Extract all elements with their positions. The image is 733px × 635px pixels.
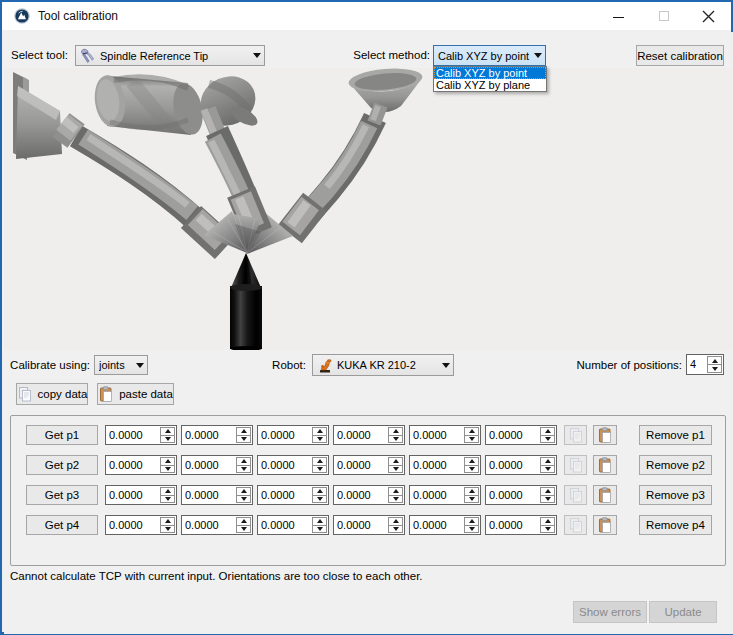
close-button[interactable] (686, 2, 731, 30)
spin-up-button[interactable] (389, 428, 402, 436)
spin-down-button[interactable] (161, 496, 174, 503)
remove-p4-button[interactable]: Remove p4 (639, 515, 712, 535)
p4-coordinate-3-spinbox[interactable]: 0.0000 (257, 515, 329, 535)
spin-down-button[interactable] (161, 436, 174, 443)
minimize-button[interactable] (596, 2, 641, 30)
select-method-combobox[interactable]: Calib XYZ by point (433, 45, 546, 66)
spin-up-button[interactable] (465, 428, 478, 436)
spin-up-button[interactable] (389, 458, 402, 466)
spin-down-button[interactable] (541, 496, 554, 503)
spin-up-button[interactable] (161, 488, 174, 496)
p2-coordinate-1-spinbox[interactable]: 0.0000 (105, 455, 177, 475)
spin-down-button[interactable] (389, 436, 402, 443)
update-button[interactable]: Update (649, 601, 717, 623)
p4-coordinate-4-spinbox[interactable]: 0.0000 (333, 515, 405, 535)
p3-coordinate-3-spinbox[interactable]: 0.0000 (257, 485, 329, 505)
get-p4-button[interactable]: Get p4 (26, 515, 98, 535)
p1-coordinate-1-spinbox[interactable]: 0.0000 (105, 425, 177, 445)
show-errors-button[interactable]: Show errors (573, 601, 647, 623)
spin-down-button[interactable] (465, 436, 478, 443)
maximize-button[interactable] (641, 2, 686, 30)
spin-down-button[interactable] (541, 526, 554, 533)
p1-coordinate-2-spinbox[interactable]: 0.0000 (181, 425, 253, 445)
p1-coordinate-3-spinbox[interactable]: 0.0000 (257, 425, 329, 445)
paste-p2-button[interactable] (593, 455, 617, 475)
spin-up-button[interactable] (389, 488, 402, 496)
p2-coordinate-4-spinbox[interactable]: 0.0000 (333, 455, 405, 475)
p2-coordinate-6-spinbox[interactable]: 0.0000 (485, 455, 557, 475)
paste-p4-button[interactable] (593, 515, 617, 535)
spin-up-button[interactable] (313, 458, 326, 466)
spin-up-button[interactable] (237, 518, 250, 526)
paste-p1-button[interactable] (593, 425, 617, 445)
copy-data-button[interactable]: copy data (16, 383, 88, 405)
spin-down-button[interactable] (161, 526, 174, 533)
spin-down-button[interactable] (237, 496, 250, 503)
get-p2-button[interactable]: Get p2 (26, 455, 98, 475)
get-p1-button[interactable]: Get p1 (26, 425, 98, 445)
remove-p1-button[interactable]: Remove p1 (639, 425, 712, 445)
p3-coordinate-5-spinbox[interactable]: 0.0000 (409, 485, 481, 505)
spin-down-button[interactable] (313, 466, 326, 473)
spin-down-button[interactable] (313, 496, 326, 503)
spin-down-button[interactable] (313, 526, 326, 533)
spin-up-button[interactable] (541, 518, 554, 526)
get-p3-button[interactable]: Get p3 (26, 485, 98, 505)
spin-down-button[interactable] (465, 466, 478, 473)
spin-down-button[interactable] (389, 496, 402, 503)
spin-up-button[interactable] (313, 518, 326, 526)
spin-up-button[interactable] (465, 488, 478, 496)
spin-up-button[interactable] (237, 458, 250, 466)
spin-up-button[interactable] (465, 518, 478, 526)
spin-down-button[interactable] (161, 466, 174, 473)
paste-p3-button[interactable] (593, 485, 617, 505)
p4-coordinate-5-spinbox[interactable]: 0.0000 (409, 515, 481, 535)
p3-coordinate-6-spinbox[interactable]: 0.0000 (485, 485, 557, 505)
spin-up-button[interactable] (708, 357, 721, 365)
spin-up-button[interactable] (541, 458, 554, 466)
p3-coordinate-1-spinbox[interactable]: 0.0000 (105, 485, 177, 505)
p2-coordinate-5-spinbox[interactable]: 0.0000 (409, 455, 481, 475)
spin-up-button[interactable] (313, 428, 326, 436)
spin-down-button[interactable] (708, 365, 721, 372)
spin-down-button[interactable] (389, 526, 402, 533)
spin-down-button[interactable] (389, 466, 402, 473)
dropdown-option-calib-xyz-by-point[interactable]: Calib XYZ by point (434, 67, 546, 79)
spin-down-button[interactable] (465, 526, 478, 533)
robot-combobox[interactable]: KUKA KR 210-2 (312, 354, 454, 376)
p4-coordinate-2-spinbox[interactable]: 0.0000 (181, 515, 253, 535)
p3-coordinate-4-spinbox[interactable]: 0.0000 (333, 485, 405, 505)
spin-up-button[interactable] (161, 428, 174, 436)
spin-down-button[interactable] (541, 466, 554, 473)
spin-down-button[interactable] (237, 436, 250, 443)
p3-coordinate-2-spinbox[interactable]: 0.0000 (181, 485, 253, 505)
reset-calibration-button[interactable]: Reset calibration (636, 45, 724, 66)
p1-coordinate-5-spinbox[interactable]: 0.0000 (409, 425, 481, 445)
p4-coordinate-6-spinbox[interactable]: 0.0000 (485, 515, 557, 535)
p2-coordinate-3-spinbox[interactable]: 0.0000 (257, 455, 329, 475)
spin-up-button[interactable] (465, 458, 478, 466)
3d-viewport[interactable] (4, 68, 733, 350)
spin-up-button[interactable] (313, 488, 326, 496)
remove-p2-button[interactable]: Remove p2 (639, 455, 712, 475)
number-of-positions-spinbox[interactable]: 4 (686, 354, 724, 375)
paste-data-button[interactable]: paste data (97, 383, 174, 405)
spin-up-button[interactable] (161, 518, 174, 526)
spin-up-button[interactable] (541, 488, 554, 496)
select-tool-combobox[interactable]: Spindle Reference Tip (75, 45, 265, 66)
p1-coordinate-4-spinbox[interactable]: 0.0000 (333, 425, 405, 445)
spin-up-button[interactable] (161, 458, 174, 466)
calibrate-using-combobox[interactable]: joints (94, 355, 148, 375)
spin-down-button[interactable] (465, 496, 478, 503)
spin-down-button[interactable] (237, 466, 250, 473)
spin-down-button[interactable] (237, 526, 250, 533)
spin-up-button[interactable] (237, 428, 250, 436)
dropdown-option-calib-xyz-by-plane[interactable]: Calib XYZ by plane (434, 79, 546, 91)
p2-coordinate-2-spinbox[interactable]: 0.0000 (181, 455, 253, 475)
spin-down-button[interactable] (313, 436, 326, 443)
spin-up-button[interactable] (389, 518, 402, 526)
p4-coordinate-1-spinbox[interactable]: 0.0000 (105, 515, 177, 535)
p1-coordinate-6-spinbox[interactable]: 0.0000 (485, 425, 557, 445)
spin-down-button[interactable] (541, 436, 554, 443)
spin-up-button[interactable] (237, 488, 250, 496)
